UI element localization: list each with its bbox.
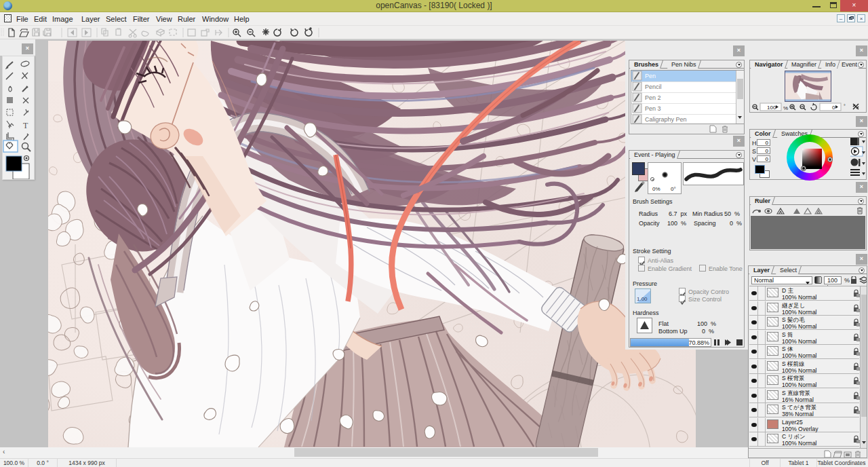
svg-text:100: 100 <box>767 105 776 111</box>
svg-text:0: 0 <box>832 105 835 111</box>
svg-text:T: T <box>23 121 28 130</box>
svg-text:°: ° <box>844 104 846 109</box>
svg-text:%: % <box>783 105 788 111</box>
